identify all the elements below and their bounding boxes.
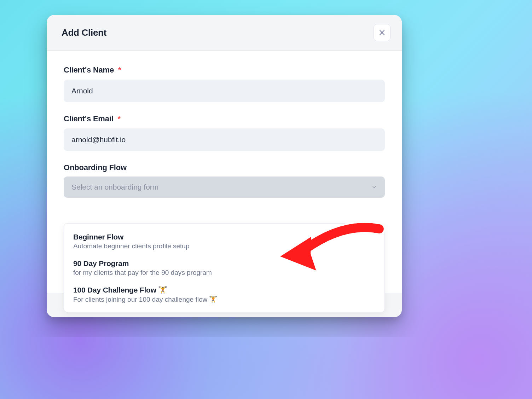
option-title: Beginner Flow <box>73 233 375 241</box>
option-desc: Automate beginner clients profile setup <box>73 242 375 250</box>
onboarding-flow-select[interactable]: Select an onboarding form <box>64 177 385 198</box>
close-icon <box>378 29 386 36</box>
close-button[interactable] <box>374 24 391 41</box>
client-email-label: Client's Email * <box>64 114 385 123</box>
client-name-group: Client's Name * <box>64 65 385 102</box>
chevron-down-icon <box>371 184 377 190</box>
label-text: Client's Email <box>64 114 114 123</box>
onboarding-flow-group: Onboarding Flow Select an onboarding for… <box>64 163 385 198</box>
option-desc: For clients joining our 100 day challeng… <box>73 295 375 303</box>
dropdown-option-100-day-challenge[interactable]: 100 Day Challenge Flow 🏋️ For clients jo… <box>64 281 384 308</box>
client-name-input[interactable] <box>64 80 385 102</box>
select-placeholder: Select an onboarding form <box>71 183 158 191</box>
client-name-label: Client's Name * <box>64 65 385 75</box>
client-email-input[interactable] <box>64 128 385 151</box>
dropdown-option-90-day-program[interactable]: 90 Day Program for my clients that pay f… <box>64 254 384 281</box>
option-title: 100 Day Challenge Flow 🏋️ <box>73 286 375 294</box>
required-mark: * <box>118 114 121 123</box>
onboarding-dropdown: Beginner Flow Automate beginner clients … <box>64 223 385 312</box>
option-title: 90 Day Program <box>73 259 375 268</box>
modal-body: Client's Name * Client's Email * Onboard… <box>47 51 402 317</box>
onboarding-flow-label: Onboarding Flow <box>64 163 385 172</box>
client-email-group: Client's Email * <box>64 114 385 151</box>
required-mark: * <box>118 65 121 74</box>
dropdown-option-beginner-flow[interactable]: Beginner Flow Automate beginner clients … <box>64 228 384 254</box>
add-client-modal: Add Client Client's Name * Client's Emai… <box>47 15 402 317</box>
modal-header: Add Client <box>47 15 402 51</box>
label-text: Client's Name <box>64 65 114 74</box>
option-desc: for my clients that pay for the 90 days … <box>73 269 375 277</box>
modal-title: Add Client <box>62 27 106 38</box>
